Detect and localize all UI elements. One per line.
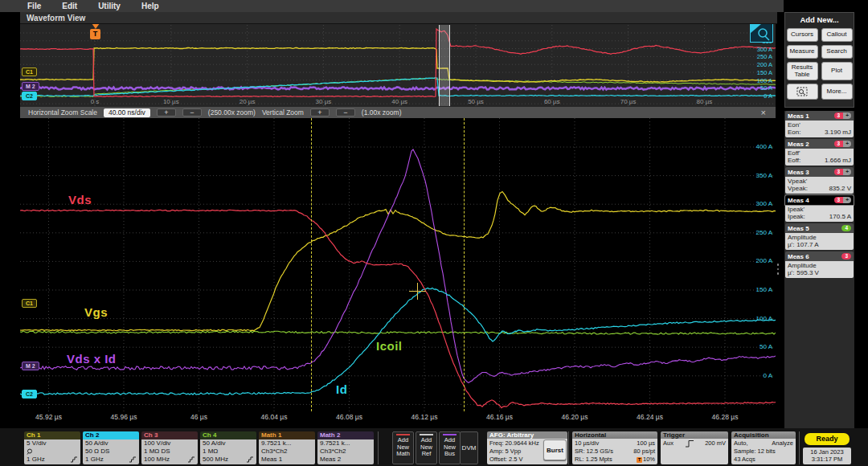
overview-magnifier-icon[interactable] <box>750 23 773 43</box>
overview-badge-m2[interactable]: M 2 <box>22 82 39 91</box>
math-color-stripe <box>396 434 410 435</box>
plot-button[interactable]: Plot <box>821 62 853 80</box>
main-amp-label: 200 A <box>740 257 772 264</box>
meas-line1: Amplitude <box>788 262 851 269</box>
peak-marker-v <box>417 283 418 300</box>
acquisition-title: Acquisition <box>731 431 796 439</box>
overview-badge-c2[interactable]: C2 <box>22 92 37 100</box>
add-new-bus-button[interactable]: Add New Bus <box>439 431 461 464</box>
close-zoom-icon[interactable]: × <box>761 108 766 117</box>
math-name: Math 1 <box>259 431 315 439</box>
meas-line2-label: Ipeak: <box>788 213 805 220</box>
meas-card-6[interactable]: Meas 6 3 Amplitude µ':595.3 V <box>785 251 854 278</box>
screen-capture-button[interactable] <box>787 84 818 100</box>
meas-source-badge: 3 <box>834 141 844 147</box>
meas-card-3[interactable]: Meas 3 3+ Vpeak' Vpeak:835.2 V <box>785 167 854 194</box>
coupling-icon <box>246 456 254 463</box>
vertical-zoom-minus-button[interactable]: − <box>336 108 355 117</box>
channel-badge-ch1[interactable]: Ch 1 5 V/div 1 GHz <box>24 431 80 464</box>
meas-line2-value: 595.3 V <box>796 269 819 276</box>
channel-badge-ch3[interactable]: Ch 3 100 V/div 1 MΩ DS 100 MHz <box>141 431 198 464</box>
acquisition-panel[interactable]: Acquisition Auto,Analyze Sample: 12 bits… <box>731 431 796 464</box>
menu-help[interactable]: Help <box>141 2 159 10</box>
meas-line2-value: 1.666 mJ <box>825 157 851 164</box>
meas-card-5[interactable]: Meas 5 4 Amplitude µ':107.7 A <box>785 223 854 250</box>
zoom-region-box[interactable] <box>439 25 450 106</box>
trace-label-vds: Vds <box>68 193 92 206</box>
main-badge-m2[interactable]: M 2 <box>22 362 39 370</box>
gating-cursor-b[interactable] <box>464 118 465 411</box>
main-badge-c1[interactable]: C1 <box>22 299 37 308</box>
meas-card-4[interactable]: Meas 4 3+ Ipeak' Ipeak:170.5 A <box>785 195 854 222</box>
meas-line1: Eon' <box>788 121 851 129</box>
meas-add-icon[interactable]: + <box>843 141 851 147</box>
main-amp-label: 400 A <box>740 143 772 150</box>
main-time-label: 46 µs <box>175 413 223 421</box>
overview-amp-label: 100 A <box>743 77 772 84</box>
search-button[interactable]: Search <box>821 45 853 59</box>
add-new-ref-button[interactable]: Add New Ref <box>416 431 437 464</box>
channel-badge-ch4[interactable]: Ch 4 50 A/div 1 MΩ 500 MHz <box>200 431 256 464</box>
meas-card-1[interactable]: Meas 1 3+ Eon' Eon:3.190 mJ <box>785 111 854 137</box>
gating-cursor-a[interactable] <box>311 118 312 411</box>
menu-edit[interactable]: Edit <box>62 2 77 10</box>
time-label: 3:31:17 PM <box>803 456 851 463</box>
panel-splitter-handle[interactable] <box>776 264 780 276</box>
channel-name: Ch 1 <box>24 431 80 439</box>
meas-line2-label: µ': <box>788 241 794 248</box>
main-time-label: 46.24 µs <box>626 413 674 421</box>
more-button[interactable]: More... <box>821 84 853 100</box>
trigger-marker[interactable]: T <box>90 29 100 39</box>
datetime-display: 16 Jan 2023 3:31:17 PM <box>803 448 851 464</box>
math-badge-math2[interactable]: Math 2 9.7521 k... Ch3*Ch2 Meas 2 <box>317 431 374 464</box>
trace-label-vdsid: Vds x Id <box>67 352 117 366</box>
channel-badge-ch2[interactable]: Ch 2 50 A/div 50 Ω DS 1 GHz <box>83 431 139 464</box>
zoom-plus-button[interactable]: + <box>157 108 176 117</box>
main-badge-c2[interactable]: C2 <box>22 390 37 399</box>
overview-badge-c1[interactable]: C1 <box>22 67 37 76</box>
afg-title: AFG: Arbitrary <box>487 431 567 439</box>
math-badge-math1[interactable]: Math 1 9.7521 k... Ch3*Ch2 Meas 1 <box>259 431 315 464</box>
callout-button[interactable]: Callout <box>821 28 853 42</box>
meas-source-badge: 3 <box>834 169 844 175</box>
burst-button[interactable]: Burst <box>543 439 567 460</box>
overview-time-label: 70 µs <box>608 98 649 105</box>
horizontal-zoom-bar: Horizontal Zoom Scale 40.00 ns/div + − (… <box>20 107 776 118</box>
menu-bar: File Edit Utility Help <box>0 0 784 12</box>
menu-file[interactable]: File <box>27 2 41 10</box>
overview-amp-label: 50 A <box>743 84 772 92</box>
dvm-button[interactable]: DVM <box>460 431 478 464</box>
trigger-title: Trigger <box>661 431 728 439</box>
menu-utility[interactable]: Utility <box>98 2 121 10</box>
date-label: 16 Jan 2023 <box>803 448 851 456</box>
meas-title: Meas 3 <box>788 169 809 176</box>
meas-add-icon[interactable]: + <box>843 197 851 203</box>
overview-time-label: 30 µs <box>303 98 343 105</box>
add-new-math-button[interactable]: Add New Math <box>392 431 414 464</box>
add-new-title: Add New... <box>785 15 854 24</box>
main-time-label: 46.12 µs <box>400 413 448 421</box>
zoom-scale-value[interactable]: 40.00 ns/div <box>104 108 150 117</box>
probe-icon <box>27 448 34 455</box>
bus-color-stripe <box>443 434 457 435</box>
vertical-zoom-plus-button[interactable]: + <box>310 108 330 117</box>
ref-color-stripe <box>420 434 433 435</box>
meas-add-icon[interactable]: + <box>843 112 851 119</box>
main-amp-label: 100 A <box>740 315 772 322</box>
measure-button[interactable]: Measure <box>787 45 818 59</box>
meas-line1: Vpeak' <box>788 178 851 185</box>
vertical-zoom-factor: (1.00x zoom) <box>362 108 402 117</box>
trace-Vds <box>20 210 776 407</box>
overview-time-label: 40 µs <box>379 98 420 105</box>
add-new-panel: Add New... Cursors Callout Measure Searc… <box>784 12 854 108</box>
cursors-button[interactable]: Cursors <box>787 28 818 42</box>
trace-VdsxId-ov <box>20 87 776 89</box>
results-table-button[interactable]: Results Table <box>787 62 818 80</box>
meas-card-2[interactable]: Meas 2 3+ Eoff' Eoff:1.666 mJ <box>785 139 854 166</box>
horizontal-panel[interactable]: Horizontal 10 µs/div100 µs SR: 12.5 GS/s… <box>572 431 657 464</box>
meas-add-icon[interactable]: + <box>843 169 851 175</box>
main-amp-label: 150 A <box>740 286 772 293</box>
overview-time-label: 10 µs <box>151 98 191 105</box>
zoom-minus-button[interactable]: − <box>182 108 202 117</box>
trigger-panel[interactable]: Trigger Aux 200 mV <box>661 431 728 464</box>
